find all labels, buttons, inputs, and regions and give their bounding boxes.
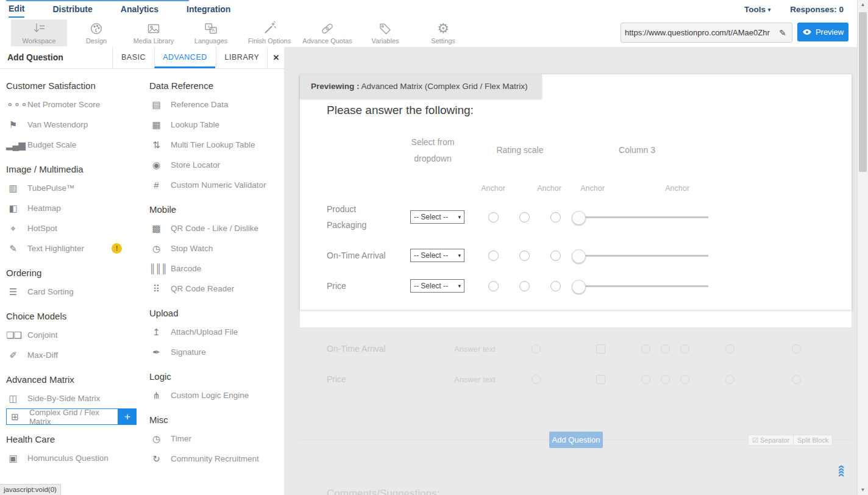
item-heatmap[interactable]: ◧ Heatmap xyxy=(6,198,145,218)
item-multi-tier-lookup-table[interactable]: ⇅ Multi Tier Lookup Table xyxy=(149,135,282,155)
row3-rating-radio-2[interactable] xyxy=(519,281,530,291)
item-text-highlighter[interactable]: ✎ Text Highlighter ! xyxy=(6,238,145,258)
item-qr-code-like-dislike[interactable]: ▩ QR Code - Like / Dislike xyxy=(149,218,282,238)
item-store-locator[interactable]: ◉ Store Locator xyxy=(149,155,282,175)
section-heading: Upload xyxy=(149,308,282,318)
numeric-validator-icon: # xyxy=(149,180,163,190)
toolbar-design[interactable]: Design xyxy=(68,20,124,46)
price-tag-icon: ⚑ xyxy=(6,119,20,130)
edit-url-pencil-icon[interactable]: ✎ xyxy=(774,28,792,38)
item-tubepulse[interactable]: ▥ TubePulse™ xyxy=(6,178,145,198)
separator-toggle[interactable]: ☑ Separator xyxy=(748,435,794,446)
item-qr-code-reader[interactable]: ⠿ QR Code Reader xyxy=(149,279,282,299)
tab-basic[interactable]: BASIC xyxy=(112,47,154,68)
item-max-diff[interactable]: ✐ Max-Diff xyxy=(6,345,145,365)
row3-rating-radio-1[interactable] xyxy=(488,281,499,291)
item-homunculus-question[interactable]: ▣ Homunculus Question xyxy=(6,448,145,468)
item-stop-watch[interactable]: ◷ Stop Watch xyxy=(149,238,282,258)
section-heading: Ordering xyxy=(6,268,145,278)
nav-analytics[interactable]: Analytics xyxy=(121,1,158,17)
nav-edit[interactable]: Edit xyxy=(9,1,24,18)
toolbar-settings[interactable]: ⚙ Settings xyxy=(415,20,471,46)
item-complex-grid-flex-matrix[interactable]: ⊞ Complex Grid / Flex Matrix xyxy=(6,408,118,425)
row2-slider[interactable] xyxy=(572,249,708,262)
item-conjoint[interactable]: ❏❏ Conjoint xyxy=(6,325,145,345)
preview-button[interactable]: Preview xyxy=(797,23,848,41)
anchor-label: Anchor xyxy=(475,184,511,193)
community-icon: ↻ xyxy=(149,454,163,465)
row1-rating-radio-1[interactable] xyxy=(488,212,499,223)
editor-main-area: On-Time Arrival Answer text Price Answer… xyxy=(284,47,858,495)
question-title: Please answer the following: xyxy=(327,104,474,117)
dim-comments-label: Comments/Suggestions: xyxy=(327,488,439,495)
chevron-down-icon: ▾ xyxy=(458,252,461,258)
tab-library[interactable]: LIBRARY xyxy=(216,47,268,68)
previewing-tag: Previewing : Advanced Matrix (Complex Gr… xyxy=(300,74,542,98)
budget-scale-icon: ▂▄▆ xyxy=(6,140,20,151)
responses-count[interactable]: Responses: 0 xyxy=(790,5,844,14)
item-side-by-side-matrix[interactable]: ◫ Side-By-Side Matrix xyxy=(6,388,145,408)
nav-distribute[interactable]: Distribute xyxy=(52,1,92,17)
scrollbar-down-arrow-icon[interactable]: ▼ xyxy=(858,485,868,495)
dim-radio xyxy=(725,375,735,384)
item-reference-data[interactable]: ▤ Reference Data xyxy=(149,94,282,115)
nav-integration[interactable]: Integration xyxy=(187,1,230,17)
item-signature[interactable]: ✒ Signature xyxy=(149,342,282,362)
item-custom-numeric-validator[interactable]: # Custom Numeric Validator xyxy=(149,175,282,195)
survey-url-input[interactable] xyxy=(621,28,774,37)
chevron-down-icon: ▾ xyxy=(458,214,461,220)
slider-handle[interactable] xyxy=(572,249,586,263)
item-barcode[interactable]: ║║║ Barcode xyxy=(149,258,282,279)
toolbar-media-library[interactable]: Media Library xyxy=(126,20,182,46)
close-icon[interactable]: ✕ xyxy=(267,47,285,68)
upload-icon: ↥ xyxy=(149,327,163,338)
anchor-label: Anchor xyxy=(531,184,567,193)
add-selected-question-button[interactable]: + xyxy=(118,408,137,425)
nps-icon: ⚬⚬⚬ xyxy=(6,99,20,110)
add-question-button[interactable]: Add Question xyxy=(549,432,603,448)
item-card-sorting[interactable]: ☰ Card Sorting xyxy=(6,282,145,302)
item-budget-scale[interactable]: ▂▄▆ Budget Scale xyxy=(6,135,145,155)
item-van-westendorp[interactable]: ⚑ Van Westendorp xyxy=(6,115,145,135)
item-net-promoter-score[interactable]: ⚬⚬⚬ Net Promoter Score xyxy=(6,94,145,115)
languages-icon: xA xyxy=(183,21,239,37)
toolbar-languages[interactable]: xA Languages xyxy=(183,20,239,46)
row2-rating-radio-1[interactable] xyxy=(488,251,499,261)
toolbar-variables[interactable]: Variables xyxy=(357,20,413,46)
item-community-recruitment[interactable]: ↻ Community Recruitment xyxy=(149,449,282,469)
scrollbar-up-arrow-icon[interactable]: ▲ xyxy=(858,0,868,10)
top-nav-bar: Edit Distribute Analytics Integration To… xyxy=(0,0,868,19)
row2-rating-radio-2[interactable] xyxy=(519,251,530,261)
card-sorting-icon: ☰ xyxy=(6,287,20,297)
page-scrollbar[interactable]: ▲ ▼ xyxy=(857,0,868,495)
row2-rating-radio-3[interactable] xyxy=(550,251,561,261)
dim-radio xyxy=(661,375,670,384)
dim-checkbox xyxy=(596,344,605,354)
split-block-button[interactable]: Split Block xyxy=(793,435,833,446)
item-hotspot[interactable]: ⌖ HotSpot xyxy=(6,218,145,238)
toolbar-workspace[interactable]: Workspace xyxy=(11,20,67,46)
tools-dropdown[interactable]: Tools ▾ xyxy=(744,5,770,14)
slider-handle[interactable] xyxy=(572,211,586,225)
item-attach-upload-file[interactable]: ↥ Attach/Upload File xyxy=(149,322,282,342)
item-lookup-table[interactable]: ▦ Lookup Table xyxy=(149,115,282,135)
settings-icon: ⚙ xyxy=(415,21,471,37)
row1-rating-radio-3[interactable] xyxy=(550,212,561,223)
top-accent-bar xyxy=(6,0,189,1)
toolbar-advance-quotas[interactable]: Advance Quotas xyxy=(299,20,355,46)
row3-select-dropdown[interactable]: -- Select -- ▾ xyxy=(410,279,464,293)
item-timer[interactable]: ◷ Timer xyxy=(149,429,282,449)
slider-handle[interactable] xyxy=(572,280,586,294)
tab-advanced[interactable]: ADVANCED xyxy=(154,47,215,68)
scroll-to-top-button[interactable]: « « xyxy=(839,464,853,479)
dim-radio xyxy=(792,344,801,354)
row1-rating-radio-2[interactable] xyxy=(519,212,530,223)
row2-select-dropdown[interactable]: -- Select -- ▾ xyxy=(410,249,464,262)
toolbar-finish-options[interactable]: Finish Options xyxy=(241,20,297,46)
item-custom-logic-engine[interactable]: ⋔ Custom Logic Engine xyxy=(149,385,282,405)
row1-slider[interactable] xyxy=(572,211,708,224)
scrollbar-thumb[interactable] xyxy=(859,12,867,172)
row1-select-dropdown[interactable]: -- Select -- ▾ xyxy=(410,210,464,224)
row3-slider[interactable] xyxy=(572,280,708,293)
row3-rating-radio-3[interactable] xyxy=(550,281,561,291)
